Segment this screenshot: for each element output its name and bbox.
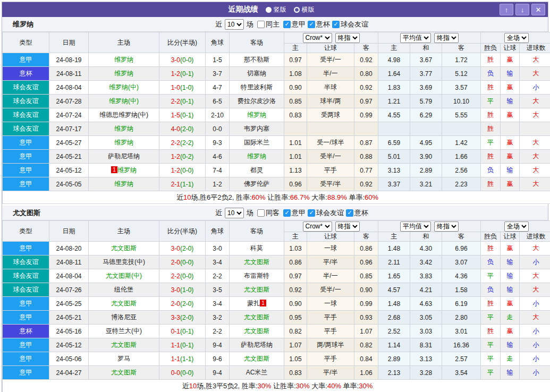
bookmaker-select[interactable]: Crow* — [303, 33, 332, 43]
filter-bar: 尤文图斯 近 10 场 同客 ✓意甲✓球会友谊✓意杯 — [2, 206, 548, 220]
summary-text: 60% — [365, 193, 378, 201]
result-goals-cell: 小 — [520, 81, 550, 95]
table-row: 意甲 24-08-20 尤文图斯 3-0(2-0) 3-0 科莫 1.03 一球… — [3, 242, 550, 255]
crow-away-odds-cell: 1.06 — [354, 366, 378, 380]
crow-home-odds-cell: 1.03 — [284, 242, 307, 255]
period-select[interactable]: 全场 — [504, 33, 529, 43]
avg-draw-odds-cell: 3.42 — [410, 255, 442, 269]
bookmaker-select[interactable]: Crow* — [303, 221, 332, 232]
avg-home-odds-cell: 3.13 — [378, 164, 410, 177]
move-down-button[interactable]: ↓ — [515, 4, 529, 15]
halftime-score: (1-0) — [180, 286, 193, 294]
fulltime-score: 1-2 — [171, 167, 180, 174]
close-button[interactable]: ✕ — [531, 4, 545, 15]
average-select[interactable]: 平均值 — [400, 33, 431, 43]
average-select[interactable]: 平均值 — [400, 221, 431, 232]
handicap-cell: 平手 — [307, 352, 354, 366]
corner-cell: 6-5 — [206, 95, 230, 108]
avg-away-odds-cell: 10.10 — [442, 95, 481, 108]
same-venue-filter[interactable]: 同客 — [257, 208, 280, 218]
match-count-select[interactable]: 10 — [225, 19, 244, 30]
team-name: 尤文图斯 — [13, 208, 40, 218]
league-filter-checkbox[interactable]: ✓球会友谊 — [332, 20, 368, 29]
avg-away-odds-cell: 4.36 — [442, 269, 481, 283]
match-count-select[interactable]: 10 — [225, 208, 244, 218]
crow-away-odds-cell: 0.93 — [354, 311, 378, 325]
score-cell: 2-2(0-1) — [159, 95, 206, 108]
odds-time-select[interactable]: 终指 — [335, 221, 360, 232]
bookmaker-select-group: Crow*终指 — [284, 32, 378, 44]
results-table: 类型 日期 主场 比分(半场) 角球 客场 Crow*终指 平均值终指 全场 — [2, 220, 550, 392]
avg-home-odds-cell: 6.59 — [378, 136, 410, 150]
avg-away-odds-cell: 6.96 — [442, 242, 481, 255]
handicap-cell: 受半/一 — [307, 53, 354, 67]
crow-home-odds-cell: 0.97 — [284, 269, 307, 283]
result-wdl-cell: 胜 — [481, 108, 501, 122]
result-goals-cell: 小 — [520, 352, 550, 366]
crow-home-odds-cell: 1.01 — [284, 136, 307, 150]
home-team-cell: 尤文图斯 — [89, 338, 159, 352]
result-wdl-cell: 胜 — [481, 122, 501, 136]
view-option-horizontal[interactable]: 横版 — [294, 5, 315, 14]
league-filter-checkbox[interactable]: ✓球会友谊 — [308, 208, 344, 218]
fulltime-score: 4-0 — [171, 125, 180, 133]
match-date-cell: 24-07-26 — [49, 283, 89, 297]
result-handicap-cell: 走 — [501, 352, 520, 366]
result-wdl-cell: 平 — [481, 311, 501, 325]
table-row: 意甲 24-05-27 维罗纳 2-2(2-2) 9-3 国际米兰 1.01 受… — [3, 136, 550, 150]
table-row: 球会友谊 24-07-17 维罗纳 4-0(2-0) 0-0 韦罗内塞 胜 — [3, 122, 550, 136]
same-venue-filter[interactable]: 同主 — [257, 20, 280, 29]
league-filter-checkbox[interactable]: ✓意甲 — [283, 208, 306, 218]
league-filter-checkbox[interactable]: ✓意杯 — [308, 20, 330, 29]
average-time-select[interactable]: 终指 — [434, 221, 459, 232]
bookmaker-select-group: Crow*终指 — [284, 221, 378, 232]
avg-home-odds-cell: 1.65 — [378, 269, 410, 283]
sub-header-result-goals: 进球数 — [520, 44, 550, 53]
result-wdl-cell: 负 — [481, 255, 501, 269]
league-filter-checkbox[interactable]: ✓意杯 — [346, 208, 368, 218]
result-wdl-cell: 平 — [481, 352, 501, 366]
average-time-select[interactable]: 终指 — [434, 33, 459, 43]
result-goals-cell: 大 — [520, 108, 550, 122]
odds-time-select[interactable]: 终指 — [335, 33, 360, 43]
crow-away-odds-cell: 0.88 — [354, 150, 378, 164]
move-up-button[interactable]: ↑ — [500, 4, 513, 15]
home-team-cell: 尤文图斯 — [89, 242, 159, 255]
avg-home-odds-cell: 2.11 — [378, 255, 410, 269]
home-team-cell: 维罗纳 — [89, 136, 159, 150]
team-name-text: 尤文图斯 — [244, 313, 269, 321]
crow-away-odds-cell: 0.92 — [354, 53, 378, 67]
team-name-text: 博洛尼亚 — [111, 313, 137, 321]
period-select[interactable]: 全场 — [504, 221, 529, 232]
halftime-score: (0-0) — [180, 259, 193, 266]
fulltime-score: 3-0 — [171, 245, 180, 252]
league-filter-label: 球会友谊 — [316, 208, 344, 218]
avg-draw-odds-cell: 3.21 — [410, 177, 442, 191]
sub-header-result-wdl: 胜负 — [481, 44, 501, 53]
handicap-cell: 平手 — [307, 325, 354, 338]
away-team-cell: 韦罗内塞 — [230, 122, 284, 136]
score-cell: 2-2(2-2) — [159, 136, 206, 150]
result-goals-cell: 小 — [520, 338, 550, 352]
match-type-cell: 意甲 — [3, 242, 49, 255]
home-team-cell: 维罗纳 — [89, 67, 159, 81]
score-cell: 0-0(0-0) — [159, 366, 206, 380]
view-option-vertical[interactable]: 竖版 — [266, 5, 286, 14]
halftime-score: (0-2) — [180, 153, 193, 160]
team-name: 维罗纳 — [13, 20, 33, 29]
away-team-cell: 费拉尔皮沙洛 — [230, 95, 284, 108]
team-name-text: 特里波利斯 — [241, 83, 273, 91]
table-row: 意甲 24-04-27 尤文图斯 0-0(0-0) 9-4 AC米兰 0.83 … — [3, 366, 550, 380]
avg-away-odds-cell: 5.12 — [442, 67, 481, 81]
team-name-text: 罗马 — [117, 355, 130, 362]
result-handicap-cell: 输 — [501, 255, 520, 269]
away-team-cell: 蒙扎1 — [230, 297, 284, 311]
match-date-cell: 24-08-11 — [49, 67, 89, 81]
away-team-cell: 尤文图斯 — [230, 352, 284, 366]
filter-bar: 维罗纳 近 10 场 同主 ✓意甲✓意杯✓球会友谊 — [2, 17, 548, 32]
crow-home-odds-cell: 1.13 — [284, 164, 307, 177]
avg-away-odds-cell — [442, 122, 481, 136]
avg-home-odds-cell: 3.37 — [378, 177, 410, 191]
result-handicap-cell: 赢 — [501, 177, 520, 191]
league-filter-checkbox[interactable]: ✓意甲 — [283, 20, 306, 29]
